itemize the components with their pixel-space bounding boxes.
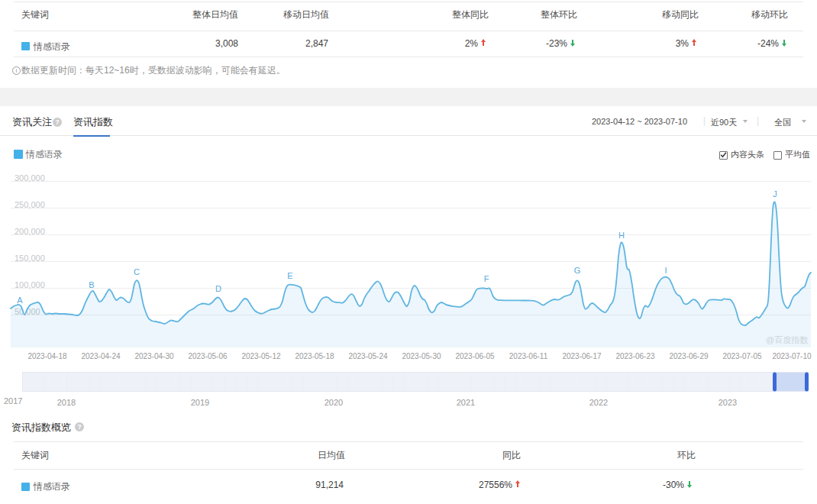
svg-text:C: C: [134, 267, 140, 276]
svg-text:2019: 2019: [191, 398, 209, 407]
svg-text:@百度指数: @百度指数: [766, 335, 808, 344]
svg-text:F: F: [484, 274, 489, 283]
svg-text:2023-07-10: 2023-07-10: [772, 352, 812, 360]
svg-text:2023-06-17: 2023-06-17: [562, 352, 602, 360]
svg-text:2023-05-18: 2023-05-18: [295, 352, 334, 360]
svg-text:J: J: [773, 189, 777, 199]
svg-text:300,000: 300,000: [15, 173, 45, 183]
svg-text:2022: 2022: [589, 398, 608, 407]
svg-text:2018: 2018: [57, 398, 76, 407]
svg-text:100,000: 100,000: [15, 280, 45, 289]
svg-text:2023: 2023: [719, 398, 737, 407]
svg-text:150,000: 150,000: [15, 254, 45, 263]
svg-text:H: H: [618, 231, 625, 240]
svg-text:2023-05-12: 2023-05-12: [241, 352, 281, 360]
svg-text:A: A: [17, 296, 23, 305]
svg-text:E: E: [287, 271, 292, 280]
svg-text:2023-04-24: 2023-04-24: [81, 352, 121, 360]
svg-text:2023-07-05: 2023-07-05: [722, 352, 762, 360]
svg-text:2023-06-05: 2023-06-05: [455, 352, 495, 360]
svg-text:D: D: [215, 284, 221, 293]
svg-text:2023-04-30: 2023-04-30: [134, 352, 174, 360]
svg-text:2017: 2017: [4, 396, 22, 405]
svg-text:2020: 2020: [325, 398, 343, 407]
svg-text:200,000: 200,000: [15, 227, 45, 236]
svg-text:2023-04-18: 2023-04-18: [27, 352, 67, 360]
svg-text:2023-06-29: 2023-06-29: [669, 352, 709, 360]
svg-text:2023-05-06: 2023-05-06: [188, 352, 228, 360]
svg-text:I: I: [664, 266, 667, 275]
svg-text:G: G: [574, 266, 581, 275]
svg-text:2021: 2021: [457, 398, 475, 407]
svg-text:B: B: [89, 280, 94, 289]
svg-text:250,000: 250,000: [15, 200, 45, 209]
svg-text:2023-05-24: 2023-05-24: [348, 352, 388, 360]
svg-text:2023-06-23: 2023-06-23: [615, 352, 655, 360]
svg-text:2023-05-30: 2023-05-30: [402, 352, 441, 360]
svg-text:2023-06-11: 2023-06-11: [509, 352, 548, 360]
